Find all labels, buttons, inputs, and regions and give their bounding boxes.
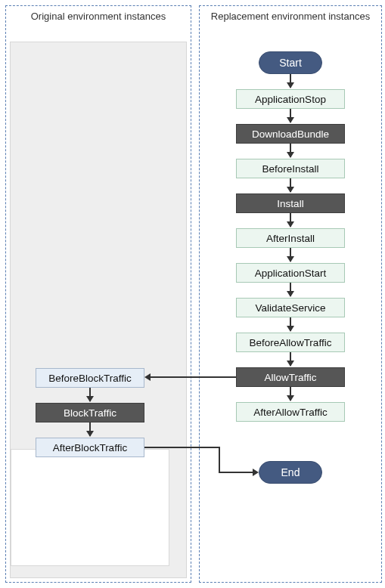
- arrow-allow-afterallow: [290, 387, 291, 401]
- arrow-start-appstop: [290, 74, 291, 88]
- before-block-traffic-node: BeforeBlockTraffic: [36, 368, 144, 388]
- arrow-appstart-validate: [290, 283, 291, 296]
- original-env-title: Original environment instances: [6, 6, 191, 24]
- end-node: End: [259, 461, 322, 484]
- install-node: Install: [236, 193, 345, 213]
- arrow-appstop-download: [290, 109, 291, 122]
- edge-allow-to-beforeblock: [151, 376, 236, 378]
- edge-afterblock-end-h2: [219, 472, 254, 473]
- replacement-env-title: Replacement environment instances: [200, 6, 381, 24]
- block-traffic-group: [11, 449, 169, 566]
- arrow-afterinstall-appstart: [290, 248, 291, 262]
- block-traffic-node: BlockTraffic: [36, 403, 144, 422]
- edge-afterblock-end-v: [219, 447, 220, 472]
- allow-traffic-node: AllowTraffic: [236, 367, 345, 387]
- arrow-download-beforeinstall: [290, 144, 291, 157]
- after-block-traffic-node: AfterBlockTraffic: [36, 438, 144, 457]
- arrow-validate-beforeallow: [290, 317, 291, 331]
- application-stop-node: ApplicationStop: [236, 89, 345, 109]
- edge-afterblock-end-head: [253, 469, 259, 476]
- before-allow-traffic-node: BeforeAllowTraffic: [236, 333, 345, 352]
- edge-afterblock-end-h1: [144, 447, 219, 448]
- after-allow-traffic-node: AfterAllowTraffic: [236, 402, 345, 422]
- arrow-beforeallow-allow: [290, 352, 291, 366]
- download-bundle-node: DownloadBundle: [236, 124, 345, 144]
- after-install-node: AfterInstall: [236, 228, 345, 248]
- arrow-block-afterblock: [89, 422, 91, 436]
- arrow-beforeblock-block: [89, 388, 91, 401]
- arrow-beforeinstall-install: [290, 178, 291, 192]
- validate-service-node: ValidateService: [236, 298, 345, 317]
- edge-allow-to-beforeblock-head: [144, 373, 151, 381]
- start-node: Start: [259, 51, 322, 74]
- arrow-install-afterinstall: [290, 213, 291, 227]
- application-start-node: ApplicationStart: [236, 263, 345, 283]
- before-install-node: BeforeInstall: [236, 159, 345, 178]
